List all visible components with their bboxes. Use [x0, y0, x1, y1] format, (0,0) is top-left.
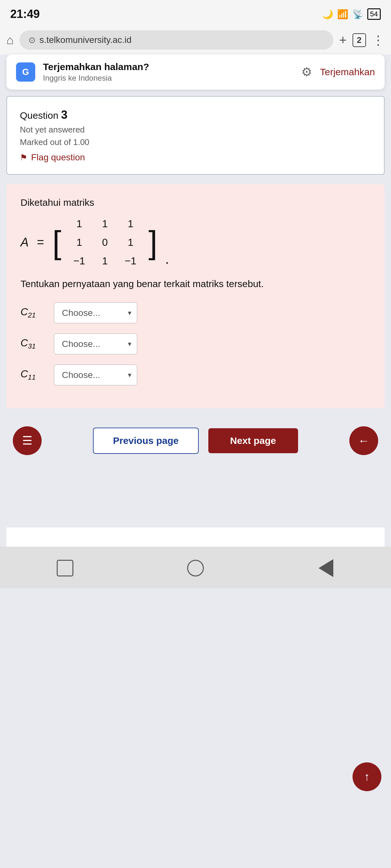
url-bar[interactable]: ⊙ s.telkomuniversity.ac.id: [20, 30, 333, 50]
tabs-count-button[interactable]: 2: [353, 33, 366, 47]
dropdown-wrapper-c21: Choose... ▾: [54, 303, 137, 323]
dropdown-label-c31: C31: [21, 337, 46, 350]
bottom-search-bar[interactable]: [6, 527, 385, 547]
matrix-cell-r1c2: 1: [92, 214, 118, 233]
dropdown-label-c21: C21: [21, 306, 46, 319]
dropdown-row-c11: C11 Choose... ▾: [21, 365, 370, 385]
new-tab-button[interactable]: +: [339, 33, 346, 48]
main-content: Question 3 Not yet answered Marked out o…: [0, 96, 391, 463]
back-button[interactable]: ←: [350, 426, 378, 455]
battery-icon: 54: [367, 8, 381, 20]
translate-settings-icon[interactable]: ⚙: [301, 65, 312, 79]
question-header: Question 3: [20, 108, 371, 122]
recents-icon: [57, 560, 74, 577]
dropdown-row-c21: C21 Choose... ▾: [21, 303, 370, 323]
matrix-equals: =: [37, 236, 44, 249]
spacer: [0, 463, 391, 527]
flag-question-button[interactable]: ⚑ Flag question: [20, 152, 371, 163]
android-recents-button[interactable]: [55, 558, 75, 578]
status-bar: 21:49 🌙 📶 📡 54: [0, 0, 391, 26]
scroll-to-top-button[interactable]: ↑: [353, 763, 381, 791]
back-arrow-icon: ←: [358, 434, 369, 447]
translate-bar: G Terjemahkan halaman? Inggris ke Indone…: [6, 54, 385, 90]
back-icon: [318, 559, 333, 577]
dropdown-c21[interactable]: Choose...: [54, 303, 137, 323]
status-icons: 🌙 📶 📡 54: [322, 8, 381, 20]
flag-label: Flag question: [31, 152, 85, 163]
translate-text-block: Terjemahkan halaman? Inggris ke Indonesi…: [43, 61, 294, 83]
hamburger-menu-button[interactable]: ☰: [13, 426, 42, 455]
problem-card: Diketahui matriks A = [ 1 1 1 1 0 1 −1 1…: [6, 184, 385, 408]
dropdown-row-c31: C31 Choose... ▾: [21, 334, 370, 354]
navigation-bar: ☰ Previous page Next page ←: [6, 418, 385, 463]
status-time: 21:49: [10, 7, 40, 21]
battery-level: 54: [370, 10, 378, 18]
question-label: Question: [20, 110, 58, 121]
next-page-button[interactable]: Next page: [208, 428, 298, 453]
matrix-variable: A: [21, 236, 29, 249]
home-icon: [187, 560, 204, 577]
matrix-cell-r2c3: 1: [118, 233, 143, 252]
matrix-cell-r3c1: −1: [66, 252, 92, 270]
problem-intro: Diketahui matriks: [21, 197, 370, 208]
matrix-block: A = [ 1 1 1 1 0 1 −1 1 −1 ] .: [21, 214, 370, 270]
matrix-right-bracket: ]: [148, 226, 157, 258]
signal-icon: 📶: [337, 9, 348, 20]
moon-icon: 🌙: [322, 9, 333, 20]
matrix-cell-r2c1: 1: [66, 233, 92, 252]
matrix-left-bracket: [: [53, 226, 61, 258]
matrix-cell-r3c3: −1: [118, 252, 143, 270]
translate-logo: G: [16, 62, 35, 82]
dropdown-wrapper-c31: Choose... ▾: [54, 334, 137, 354]
android-home-button[interactable]: [186, 558, 205, 578]
translate-subtitle: Inggris ke Indonesia: [43, 73, 294, 83]
home-button[interactable]: ⌂: [6, 33, 14, 47]
hamburger-icon: ☰: [22, 434, 32, 447]
android-back-button[interactable]: [316, 558, 336, 578]
translate-title: Terjemahkan halaman?: [43, 61, 294, 72]
url-icon: ⊙: [29, 35, 35, 45]
android-navigation: [0, 547, 391, 588]
url-text: s.telkomuniversity.ac.id: [39, 35, 132, 45]
flag-icon: ⚑: [20, 153, 27, 163]
matrix-cell-r2c2: 0: [92, 233, 118, 252]
matrix-cell-r1c3: 1: [118, 214, 143, 233]
wifi-icon: 📡: [352, 9, 363, 20]
browser-menu-button[interactable]: ⋮: [372, 33, 385, 48]
matrix-cell-r3c2: 1: [92, 252, 118, 270]
matrix-dot: .: [165, 251, 169, 270]
question-card: Question 3 Not yet answered Marked out o…: [6, 96, 385, 175]
dropdown-wrapper-c11: Choose... ▾: [54, 365, 137, 385]
previous-page-button[interactable]: Previous page: [93, 428, 198, 454]
question-marked: Marked out of 1.00: [20, 137, 371, 147]
question-number: 3: [61, 108, 67, 121]
dropdown-c31[interactable]: Choose...: [54, 334, 137, 354]
translate-logo-text: G: [22, 67, 29, 77]
matrix-values: 1 1 1 1 0 1 −1 1 −1: [66, 214, 143, 270]
question-status: Not yet answered: [20, 125, 371, 135]
problem-instruction: Tentukan pernyataan yang benar terkait m…: [21, 277, 370, 291]
browser-bar: ⌂ ⊙ s.telkomuniversity.ac.id + 2 ⋮: [0, 26, 391, 54]
dropdown-label-c11: C11: [21, 368, 46, 381]
matrix-cell-r1c1: 1: [66, 214, 92, 233]
scroll-up-icon: ↑: [364, 770, 370, 783]
translate-action-button[interactable]: Terjemahkan: [320, 67, 375, 78]
dropdown-c11[interactable]: Choose...: [54, 365, 137, 385]
